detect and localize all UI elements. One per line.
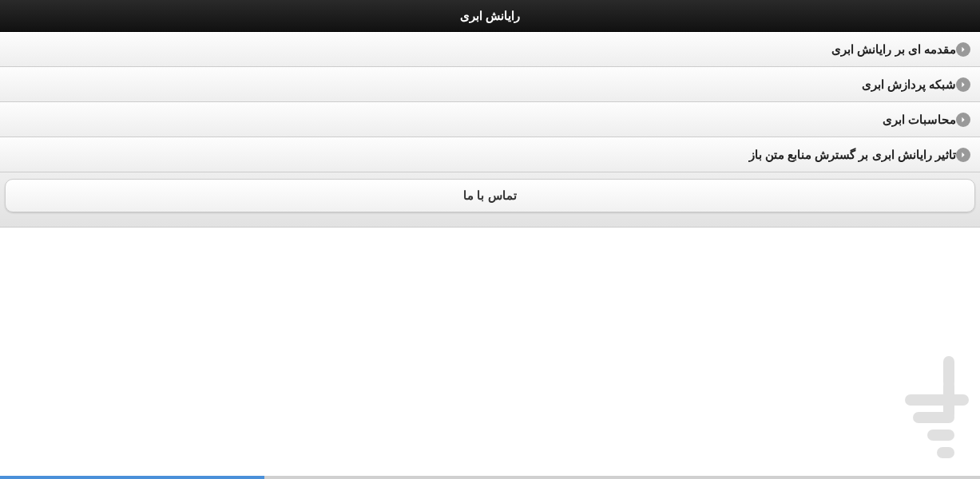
watermark-icon	[905, 356, 969, 471]
chevron-right-icon	[956, 42, 970, 57]
contact-button[interactable]: تماس با ما	[5, 179, 975, 212]
chevron-right-icon	[956, 148, 970, 162]
contact-button-label: تماس با ما	[463, 188, 516, 203]
list-item-opensource[interactable]: تاثیر رایانش ابری بر گسترش منابع متن باز	[0, 137, 980, 172]
menu-list: مقدمه ای بر رایانش ابری شبکه پردازش ابری…	[0, 32, 980, 172]
list-item-label: محاسبات ابری	[10, 113, 956, 127]
list-item-computing[interactable]: محاسبات ابری	[0, 102, 980, 137]
list-item-label: مقدمه ای بر رایانش ابری	[10, 42, 956, 57]
taskbar	[0, 476, 980, 479]
list-item-label: شبکه پردازش ابری	[10, 77, 956, 92]
app-title: رایانش ابری	[460, 9, 520, 23]
list-item-label: تاثیر رایانش ابری بر گسترش منابع متن باز	[10, 148, 956, 162]
app-header: رایانش ابری	[0, 0, 980, 32]
svg-rect-5	[937, 447, 954, 458]
svg-rect-4	[927, 430, 954, 441]
list-item-network[interactable]: شبکه پردازش ابری	[0, 67, 980, 102]
chevron-right-icon	[956, 77, 970, 92]
button-container: تماس با ما	[0, 172, 980, 228]
list-item-intro[interactable]: مقدمه ای بر رایانش ابری	[0, 32, 980, 67]
chevron-right-icon	[956, 113, 970, 127]
svg-rect-3	[913, 412, 954, 423]
svg-rect-1	[905, 394, 969, 406]
